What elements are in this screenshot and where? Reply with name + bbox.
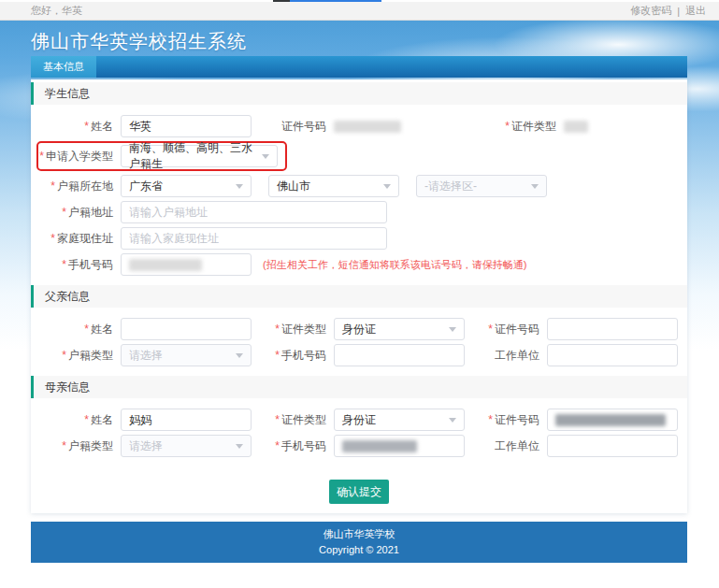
section-header-student: 学生信息 [31,82,687,105]
student-id-type-label: *证件类型 [491,119,556,135]
section-title: 学生信息 [45,86,90,102]
required-marker: * [84,323,89,336]
topbar: 您好，华英 修改密码 | 退出 [0,2,719,21]
father-residence-type-placeholder: 请选择 [129,348,163,364]
student-row-identity: *姓名 华英 证件号码 *证件类型 [31,115,680,137]
required-marker: * [62,258,66,271]
father-id-number-cell: *证件号码 [474,318,678,340]
enroll-type-value: 南海、顺德、高明、三水户籍生 [129,140,256,172]
required-marker: * [275,349,280,362]
mother-name-input[interactable]: 妈妈 [121,409,252,431]
city-select[interactable]: 佛山市 [268,175,399,197]
required-marker: * [84,413,89,426]
required-marker: * [50,179,55,193]
father-name-input[interactable] [121,318,252,340]
mother-name-value: 妈妈 [129,412,151,428]
footer-copyright: Copyright © 2021 [319,542,399,558]
mother-phone-label: *手机号码 [261,438,326,454]
mother-residence-type-placeholder: 请选择 [129,438,163,454]
father-residence-type-cell: *户籍类型 请选择 [31,344,252,366]
enroll-type-select[interactable]: 南海、顺德、高明、三水户籍生 [121,145,278,167]
student-id-type-redacted-value [564,121,588,133]
mother-employer-label: 工作单位 [474,438,539,454]
submit-button[interactable]: 确认提交 [329,480,389,504]
father-phone-cell: *手机号码 [261,344,465,366]
student-row-enroll-type: *申请入学类型 南海、顺德、高明、三水户籍生 [31,141,680,171]
father-id-type-value: 身份证 [342,322,376,337]
mother-residence-type-label: *户籍类型 [31,438,113,454]
required-marker: * [275,323,280,336]
required-marker: * [84,120,89,133]
mother-id-number-input[interactable] [547,409,678,431]
mother-residence-type-select[interactable]: 请选择 [121,435,252,457]
greeting-text: 您好，华英 [31,4,82,18]
chevron-down-icon [262,154,269,159]
logout-link[interactable]: 退出 [685,4,706,18]
tab-bar: 基本信息 [31,56,687,78]
student-row-home-address: *家庭现住址 请输入家庭现住址 [31,227,680,250]
province-value: 广东省 [129,179,163,194]
chevron-down-icon [236,444,243,449]
footer-school-name: 佛山市华英学校 [324,526,395,542]
father-phone-label: *手机号码 [261,348,326,364]
mother-name-label: *姓名 [31,412,113,428]
father-employer-label: 工作单位 [474,348,539,364]
mother-id-type-cell: *证件类型 身份证 [261,409,465,431]
topbar-divider: | [677,6,680,17]
mother-id-type-select[interactable]: 身份证 [334,409,465,431]
father-id-number-label: *证件号码 [474,322,539,337]
home-address-input[interactable]: 请输入家庭现住址 [121,227,387,250]
father-id-type-select[interactable]: 身份证 [334,318,465,340]
father-residence-type-select[interactable]: 请选择 [121,344,252,366]
residence-address-input[interactable]: 请输入户籍地址 [121,201,387,223]
change-password-link[interactable]: 修改密码 [630,4,671,18]
father-phone-input[interactable] [334,344,465,366]
student-id-number-label: 证件号码 [261,119,326,135]
mother-id-type-value: 身份证 [342,412,376,428]
required-marker: * [488,413,493,426]
phone-note-text: (招生相关工作，短信通知将联系该电话号码，请保持畅通) [263,258,526,272]
student-name-label: *姓名 [31,119,113,135]
chevron-down-icon [449,418,456,423]
district-select[interactable]: -请选择区- [416,175,547,197]
father-row-2: *户籍类型 请选择 *手机号码 工作单位 [31,344,680,366]
student-phone-label: *手机号码 [31,257,113,273]
required-marker: * [275,439,280,452]
mother-row-1: *姓名 妈妈 *证件类型 身份证 *证件号码 [31,409,680,431]
student-name-value: 华英 [129,119,151,135]
mother-id-number-redacted-value [555,414,666,426]
mother-phone-input[interactable] [334,435,465,457]
student-phone-input[interactable] [121,253,252,276]
student-id-number-cell: 证件号码 [261,119,401,135]
student-row-residence-address: *户籍地址 请输入户籍地址 [31,201,680,223]
tab-basic-info[interactable]: 基本信息 [31,56,96,78]
province-select[interactable]: 广东省 [121,175,252,197]
residence-label: *户籍所在地 [31,179,113,194]
father-name-label: *姓名 [31,322,113,337]
student-name-cell: *姓名 华英 [31,115,252,137]
home-address-label: *家庭现住址 [31,231,113,247]
father-id-type-label: *证件类型 [261,322,326,337]
father-employer-input[interactable] [547,344,678,366]
residence-address-label: *户籍地址 [31,205,113,221]
required-marker: * [275,413,280,426]
section-title: 父亲信息 [45,289,90,305]
section-title: 母亲信息 [45,380,90,395]
required-marker: * [62,349,66,362]
chevron-down-icon [449,327,456,332]
mother-employer-input[interactable] [547,435,678,457]
father-name-cell: *姓名 [31,318,252,340]
section-header-father: 父亲信息 [31,285,687,308]
enroll-type-label: *申请入学类型 [38,149,113,165]
mother-residence-type-cell: *户籍类型 请选择 [31,435,252,457]
section-header-mother: 母亲信息 [31,376,687,398]
page-title: 佛山市华英学校招生系统 [31,29,247,54]
father-residence-type-label: *户籍类型 [31,348,113,364]
student-name-input[interactable]: 华英 [121,115,252,137]
mother-phone-cell: *手机号码 [261,435,465,457]
mother-id-type-label: *证件类型 [261,412,326,428]
city-value: 佛山市 [277,179,310,194]
father-id-number-input[interactable] [547,318,678,340]
required-marker: * [50,232,55,245]
form-panel: 学生信息 *姓名 华英 证件号码 *证件类型 *申请入学类型 南海、顺德、高明、… [31,79,687,513]
